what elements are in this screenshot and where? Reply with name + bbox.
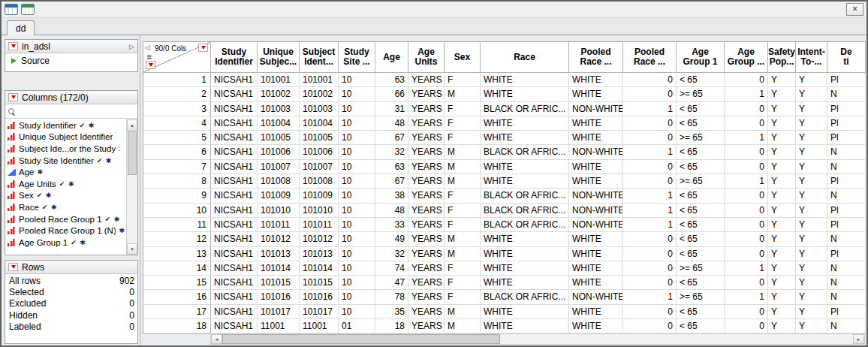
cell[interactable]: < 65 xyxy=(677,102,725,116)
scroll-up-arrow[interactable]: ▲ xyxy=(127,119,137,131)
cell[interactable]: M xyxy=(445,232,481,246)
cell[interactable]: < 65 xyxy=(677,145,725,159)
cell[interactable]: Y xyxy=(768,290,796,304)
cell[interactable]: 10 xyxy=(339,305,375,319)
cell[interactable]: WHITE xyxy=(569,247,623,261)
columns-search-input[interactable] xyxy=(19,106,135,117)
cell[interactable]: Pl xyxy=(827,218,866,232)
expand-arrow-icon[interactable]: ▷ xyxy=(129,43,134,50)
cell[interactable]: F xyxy=(445,73,481,87)
close-button[interactable]: × xyxy=(846,3,863,16)
scroll-right-arrow[interactable]: ► xyxy=(853,334,864,344)
cell[interactable]: WHITE xyxy=(481,232,569,246)
horizontal-scrollbar[interactable]: ◄ ► xyxy=(210,333,865,345)
cell[interactable]: < 65 xyxy=(677,116,725,131)
cell[interactable]: 0 xyxy=(623,276,677,290)
cell[interactable]: 101011 xyxy=(258,218,300,232)
cell[interactable]: Y xyxy=(796,87,827,101)
cell[interactable]: 0 xyxy=(725,319,768,333)
cell[interactable]: 31 xyxy=(375,102,408,116)
cell[interactable]: WHITE xyxy=(481,247,569,261)
cell[interactable]: 101015 xyxy=(258,276,300,290)
cell[interactable]: Y xyxy=(796,261,827,276)
cell[interactable]: 101005 xyxy=(258,131,300,145)
cell[interactable]: YEARS xyxy=(408,247,445,261)
cell[interactable]: WHITE xyxy=(569,160,623,174)
column-header[interactable]: Age xyxy=(375,42,408,73)
cell[interactable]: >= 65 xyxy=(677,131,725,145)
cell[interactable]: 0 xyxy=(725,218,768,232)
cell[interactable]: F xyxy=(445,102,481,116)
cell[interactable]: 101006 xyxy=(300,145,339,159)
cell[interactable]: WHITE xyxy=(569,131,623,145)
cell[interactable]: 101012 xyxy=(258,232,300,246)
columns-corner-menu-icon[interactable] xyxy=(198,44,208,52)
cell[interactable]: 10 xyxy=(339,73,375,87)
window-menu-icon[interactable] xyxy=(5,4,18,15)
cell[interactable]: YEARS xyxy=(408,305,445,319)
column-header[interactable]: Pooled Race ... xyxy=(569,42,623,73)
cell[interactable]: Pl xyxy=(827,116,866,131)
cell[interactable]: 101015 xyxy=(300,276,339,290)
cell[interactable]: < 65 xyxy=(677,218,725,232)
cell[interactable]: 1 xyxy=(623,290,677,304)
cell[interactable]: N xyxy=(827,160,866,174)
cell[interactable]: YEARS xyxy=(408,232,445,246)
cell[interactable]: NICSAH1 xyxy=(211,290,258,304)
cell[interactable]: 1 xyxy=(623,218,677,232)
cell[interactable]: F xyxy=(445,189,481,203)
row-number[interactable]: 13 xyxy=(143,247,211,261)
cell[interactable]: < 65 xyxy=(677,160,725,174)
cell[interactable]: < 65 xyxy=(677,204,725,218)
cell[interactable]: 101002 xyxy=(258,87,300,101)
cell[interactable]: 101009 xyxy=(258,189,300,203)
cell[interactable]: Y xyxy=(768,87,796,101)
cell[interactable]: YEARS xyxy=(408,116,445,131)
cell[interactable]: 11001 xyxy=(258,319,300,333)
cell[interactable]: NICSAH1 xyxy=(211,145,258,159)
rows-stat-row[interactable]: Labeled0 xyxy=(9,321,134,333)
cell[interactable]: 0 xyxy=(725,145,768,159)
cell[interactable]: 101016 xyxy=(258,290,300,304)
cell[interactable]: N xyxy=(827,232,866,246)
column-header[interactable]: Intent- To-... xyxy=(796,42,827,73)
column-header[interactable]: Age Units xyxy=(408,42,445,73)
scrollbar-track[interactable] xyxy=(222,334,853,344)
cell[interactable]: 1 xyxy=(725,174,768,189)
column-list-item[interactable]: Pooled Race Group 1 (N)✱ xyxy=(8,225,125,237)
cell[interactable]: 101003 xyxy=(300,102,339,116)
cell[interactable]: F xyxy=(445,218,481,232)
row-number[interactable]: 10 xyxy=(143,204,211,218)
cell[interactable]: 10 xyxy=(339,87,375,101)
column-list-item[interactable]: Age Group 1✔ ✱ xyxy=(8,237,125,249)
cell[interactable]: YEARS xyxy=(408,290,445,304)
cell[interactable]: WHITE xyxy=(569,232,623,246)
cell[interactable]: 0 xyxy=(623,174,677,189)
columns-scrollbar[interactable]: ▲ ▼ xyxy=(126,119,137,255)
row-number[interactable]: 14 xyxy=(143,261,211,276)
cell[interactable]: Y xyxy=(796,116,827,131)
cell[interactable]: Y xyxy=(768,232,796,246)
cell[interactable]: WHITE xyxy=(569,116,623,131)
cell[interactable]: YEARS xyxy=(408,160,445,174)
cell[interactable]: Pl xyxy=(827,73,866,87)
cell[interactable]: YEARS xyxy=(408,261,445,276)
cell[interactable]: Pl xyxy=(827,102,866,116)
cell[interactable]: NICSAH1 xyxy=(211,305,258,319)
cell[interactable]: 10 xyxy=(339,247,375,261)
cell[interactable]: 10 xyxy=(339,232,375,246)
cell[interactable]: 0 xyxy=(725,102,768,116)
cell[interactable]: WHITE xyxy=(481,174,569,189)
cell[interactable]: WHITE xyxy=(481,131,569,145)
column-header[interactable]: Subject Ident... xyxy=(300,42,339,73)
cell[interactable]: 38 xyxy=(375,189,408,203)
cell[interactable]: 67 xyxy=(375,174,408,189)
cell[interactable]: 10 xyxy=(339,116,375,131)
cell[interactable]: Y xyxy=(796,145,827,159)
cell[interactable]: Y xyxy=(796,131,827,145)
cell[interactable]: Y xyxy=(768,116,796,131)
cell[interactable]: >= 65 xyxy=(677,290,725,304)
cell[interactable]: Y xyxy=(796,232,827,246)
cell[interactable]: F xyxy=(445,261,481,276)
cell[interactable]: 10 xyxy=(339,261,375,276)
